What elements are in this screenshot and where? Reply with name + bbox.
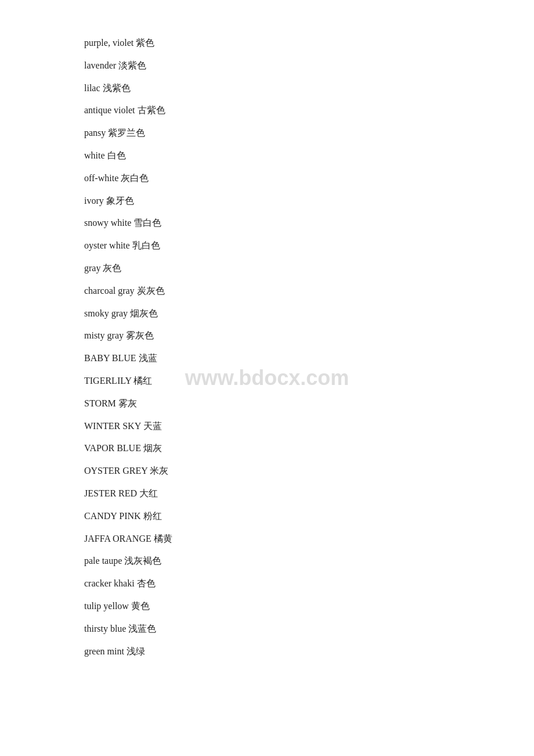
list-item: STORM 雾灰	[84, 395, 450, 412]
list-item: lilac 浅紫色	[84, 80, 450, 97]
list-item: TIGERLILY 橘红	[84, 373, 450, 390]
list-item: tulip yellow 黄色	[84, 598, 450, 615]
list-item: pansy 紫罗兰色	[84, 125, 450, 142]
list-item: JAFFA ORANGE 橘黄	[84, 531, 450, 548]
list-item: CANDY PINK 粉红	[84, 508, 450, 525]
list-item: charcoal gray 炭灰色	[84, 283, 450, 300]
list-item: snowy white 雪白色	[84, 215, 450, 232]
list-item: antique violet 古紫色	[84, 102, 450, 119]
list-item: VAPOR BLUE 烟灰	[84, 440, 450, 457]
list-item: cracker khaki 杏色	[84, 575, 450, 592]
list-item: purple, violet 紫色	[84, 35, 450, 52]
color-list: purple, violet 紫色lavender 淡紫色lilac 浅紫色an…	[0, 0, 534, 700]
list-item: lavender 淡紫色	[84, 57, 450, 74]
list-item: off-white 灰白色	[84, 170, 450, 187]
list-item: thirsty blue 浅蓝色	[84, 621, 450, 638]
list-item: pale taupe 浅灰褐色	[84, 553, 450, 570]
list-item: WINTER SKY 天蓝	[84, 418, 450, 435]
list-item: OYSTER GREY 米灰	[84, 463, 450, 480]
list-item: oyster white 乳白色	[84, 237, 450, 254]
list-item: JESTER RED 大红	[84, 485, 450, 502]
list-item: gray 灰色	[84, 260, 450, 277]
list-item: smoky gray 烟灰色	[84, 305, 450, 322]
list-item: green mint 浅绿	[84, 643, 450, 660]
list-item: BABY BLUE 浅蓝	[84, 350, 450, 367]
list-item: ivory 象牙色	[84, 193, 450, 210]
list-item: misty gray 雾灰色	[84, 327, 450, 344]
list-item: white 白色	[84, 147, 450, 164]
